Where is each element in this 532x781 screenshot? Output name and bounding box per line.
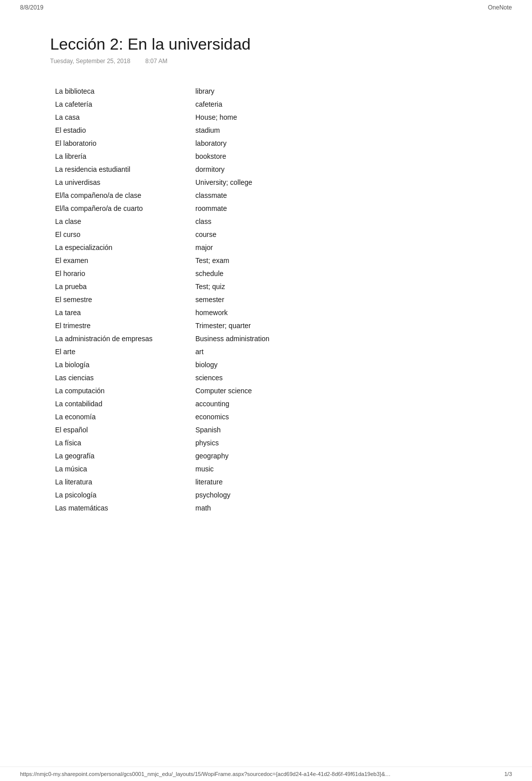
english-translation: roommate xyxy=(190,202,482,215)
spanish-term: La administración de empresas xyxy=(50,332,190,345)
spanish-term: El/la compañeno/a de clase xyxy=(50,189,190,202)
english-translation: House; home xyxy=(190,111,482,124)
table-row: La psicologíapsychology xyxy=(50,488,482,501)
english-translation: sciences xyxy=(190,371,482,384)
spanish-term: La clase xyxy=(50,215,190,228)
spanish-term: El trimestre xyxy=(50,319,190,332)
english-translation: major xyxy=(190,241,482,254)
spanish-term: El semestre xyxy=(50,293,190,306)
table-row: El laboratoriolaboratory xyxy=(50,137,482,150)
table-row: La literaturaliterature xyxy=(50,475,482,488)
english-translation: course xyxy=(190,228,482,241)
spanish-term: Las ciencias xyxy=(50,371,190,384)
english-translation: accounting xyxy=(190,397,482,410)
footer-url: https://nmjc0-my.sharepoint.com/personal… xyxy=(20,771,391,777)
english-translation: Spanish xyxy=(190,423,482,436)
spanish-term: La librería xyxy=(50,150,190,163)
spanish-term: La residencia estudiantil xyxy=(50,163,190,176)
english-translation: bookstore xyxy=(190,150,482,163)
spanish-term: El arte xyxy=(50,345,190,358)
spanish-term: La contabilidad xyxy=(50,397,190,410)
spanish-term: La univerdisas xyxy=(50,176,190,189)
table-row: La administración de empresasBusiness ad… xyxy=(50,332,482,345)
english-translation: Computer science xyxy=(190,384,482,397)
table-row: La geografíageography xyxy=(50,449,482,462)
table-row: La especializaciónmajor xyxy=(50,241,482,254)
english-translation: geography xyxy=(190,449,482,462)
top-bar-date: 8/8/2019 xyxy=(20,4,44,11)
english-translation: physics xyxy=(190,436,482,449)
spanish-term: La geografía xyxy=(50,449,190,462)
table-row: La residencia estudiantildormitory xyxy=(50,163,482,176)
spanish-term: Las matemáticas xyxy=(50,501,190,514)
table-row: La univerdisasUniversity; college xyxy=(50,176,482,189)
table-row: El semestresemester xyxy=(50,293,482,306)
spanish-term: La casa xyxy=(50,111,190,124)
table-row: La pruebaTest; quiz xyxy=(50,280,482,293)
table-row: La libreríabookstore xyxy=(50,150,482,163)
english-translation: psychology xyxy=(190,488,482,501)
date-line: Tuesday, September 25, 2018 8:07 AM xyxy=(50,58,482,65)
table-row: El arteart xyxy=(50,345,482,358)
spanish-term: La biblioteca xyxy=(50,85,190,98)
table-row: El cursocourse xyxy=(50,228,482,241)
english-translation: library xyxy=(190,85,482,98)
table-row: La tareahomework xyxy=(50,306,482,319)
spanish-term: El/la compañero/a de cuarto xyxy=(50,202,190,215)
table-row: El horarioschedule xyxy=(50,267,482,280)
spanish-term: La literatura xyxy=(50,475,190,488)
table-row: La cafeteríacafeteria xyxy=(50,98,482,111)
bottom-bar: https://nmjc0-my.sharepoint.com/personal… xyxy=(0,766,532,781)
table-row: El/la compañeno/a de claseclassmate xyxy=(50,189,482,202)
english-translation: University; college xyxy=(190,176,482,189)
spanish-term: El horario xyxy=(50,267,190,280)
main-content: Lección 2: En la universidad Tuesday, Se… xyxy=(0,15,532,545)
spanish-term: La prueba xyxy=(50,280,190,293)
english-translation: cafeteria xyxy=(190,98,482,111)
table-row: La contabilidadaccounting xyxy=(50,397,482,410)
english-translation: stadium xyxy=(190,124,482,137)
table-row: Las cienciassciences xyxy=(50,371,482,384)
table-row: La computaciónComputer science xyxy=(50,384,482,397)
spanish-term: El español xyxy=(50,423,190,436)
english-translation: homework xyxy=(190,306,482,319)
spanish-term: La economía xyxy=(50,410,190,423)
top-bar: 8/8/2019 OneNote xyxy=(0,0,532,15)
header-date: Tuesday, September 25, 2018 xyxy=(50,58,130,65)
spanish-term: La computación xyxy=(50,384,190,397)
spanish-term: La tarea xyxy=(50,306,190,319)
footer-page: 1/3 xyxy=(504,771,512,777)
spanish-term: El curso xyxy=(50,228,190,241)
spanish-term: La biología xyxy=(50,358,190,371)
spanish-term: La cafetería xyxy=(50,98,190,111)
english-translation: Business administration xyxy=(190,332,482,345)
english-translation: semester xyxy=(190,293,482,306)
table-row: El/la compañero/a de cuartoroommate xyxy=(50,202,482,215)
table-row: La claseclass xyxy=(50,215,482,228)
table-row: La físicaphysics xyxy=(50,436,482,449)
page-title: Lección 2: En la universidad xyxy=(50,35,482,54)
english-translation: class xyxy=(190,215,482,228)
header-time: 8:07 AM xyxy=(145,58,167,65)
english-translation: Test; quiz xyxy=(190,280,482,293)
english-translation: classmate xyxy=(190,189,482,202)
table-row: El españolSpanish xyxy=(50,423,482,436)
table-row: El estadiostadium xyxy=(50,124,482,137)
table-row: Las matemáticasmath xyxy=(50,501,482,514)
spanish-term: El laboratorio xyxy=(50,137,190,150)
english-translation: Trimester; quarter xyxy=(190,319,482,332)
english-translation: laboratory xyxy=(190,137,482,150)
english-translation: music xyxy=(190,462,482,475)
table-row: La bibliotecalibrary xyxy=(50,85,482,98)
table-row: El trimestreTrimester; quarter xyxy=(50,319,482,332)
english-translation: art xyxy=(190,345,482,358)
english-translation: Test; exam xyxy=(190,254,482,267)
english-translation: economics xyxy=(190,410,482,423)
english-translation: literature xyxy=(190,475,482,488)
english-translation: math xyxy=(190,501,482,514)
spanish-term: El estadio xyxy=(50,124,190,137)
spanish-term: La psicología xyxy=(50,488,190,501)
english-translation: biology xyxy=(190,358,482,371)
top-bar-app: OneNote xyxy=(488,4,512,11)
spanish-term: La física xyxy=(50,436,190,449)
